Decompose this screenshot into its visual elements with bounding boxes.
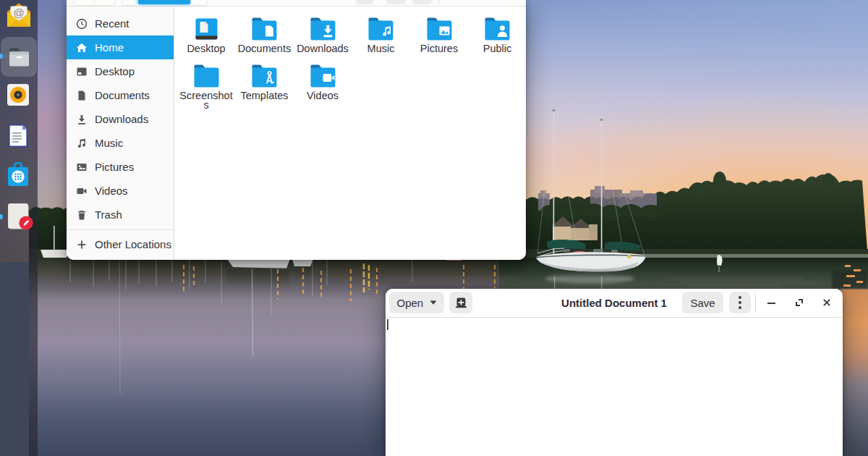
svg-text:@: @ (13, 7, 24, 19)
